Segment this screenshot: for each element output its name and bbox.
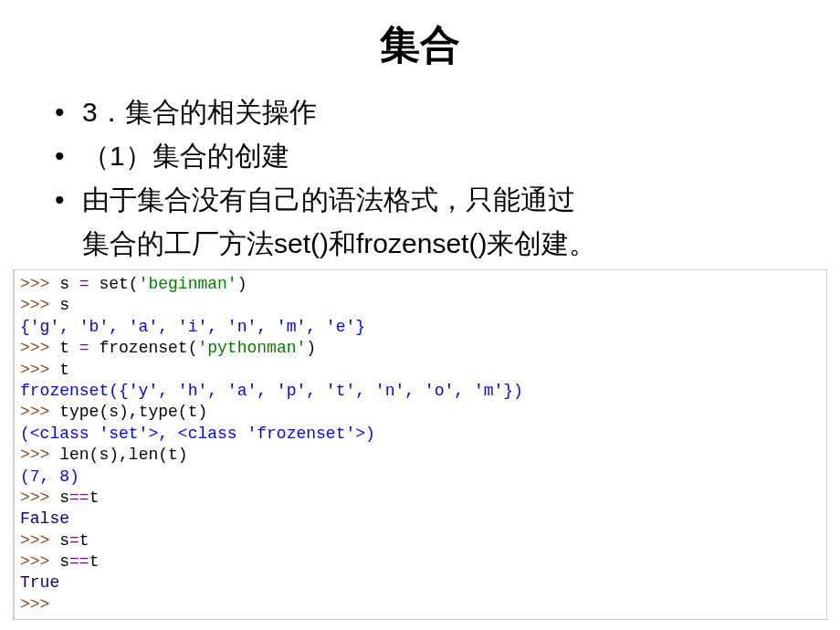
code-line-8: (<class 'set'>, <class 'frozenset'>) [20, 424, 821, 445]
code-block: >>> s = set('beginman') >>> s {'g', 'b',… [13, 269, 827, 620]
bullet-3-line1: 由于集合没有自己的语法格式，只能通过 [82, 184, 575, 215]
code-line-13: >>> s=t [20, 530, 821, 551]
bullet-1: 3．集合的相关操作 [55, 90, 803, 134]
code-line-3: {'g', 'b', 'a', 'i', 'n', 'm', 'e'} [20, 317, 821, 338]
bullet-2: （1）集合的创建 [55, 134, 803, 178]
code-line-15: True [20, 572, 821, 593]
code-line-16: >>> [20, 594, 821, 615]
code-line-7: >>> type(s),type(t) [20, 402, 821, 423]
code-line-12: False [20, 509, 821, 530]
bullet-3: 由于集合没有自己的语法格式，只能通过 集合的工厂方法set()和frozense… [55, 178, 803, 266]
slide-container: 集合 3．集合的相关操作 （1）集合的创建 由于集合没有自己的语法格式，只能通过… [0, 0, 840, 630]
code-line-5: >>> t [20, 360, 821, 381]
code-line-6: frozenset({'y', 'h', 'a', 'p', 't', 'n',… [20, 381, 821, 402]
bullet-3-line2: 集合的工厂方法set()和frozenset()来创建。 [82, 228, 596, 258]
code-line-14: >>> s==t [20, 551, 821, 572]
slide-title: 集合 [0, 18, 840, 72]
code-line-4: >>> t = frozenset('pythonman') [20, 338, 821, 359]
code-line-2: >>> s [20, 295, 821, 316]
bullet-list: 3．集合的相关操作 （1）集合的创建 由于集合没有自己的语法格式，只能通过 集合… [0, 90, 840, 266]
code-line-10: (7, 8) [20, 467, 821, 488]
code-line-1: >>> s = set('beginman') [20, 274, 821, 295]
code-line-9: >>> len(s),len(t) [20, 445, 821, 466]
code-line-11: >>> s==t [20, 488, 821, 509]
